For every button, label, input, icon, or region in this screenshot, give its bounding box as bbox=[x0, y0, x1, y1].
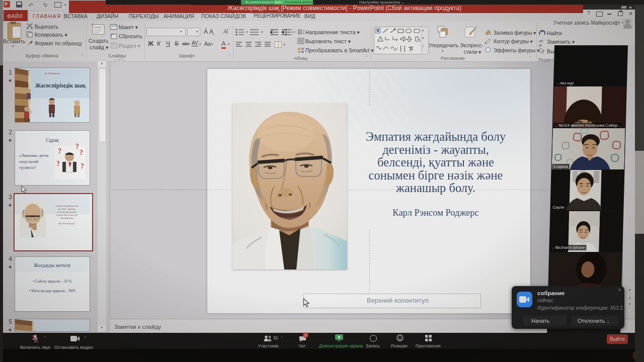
svg-text:?: ? bbox=[56, 160, 60, 167]
svg-text:сонымен бірге нәзік және: сонымен бірге нәзік және bbox=[56, 214, 78, 216]
svg-text:Жолдауды жеткізу: Жолдауды жеткізу bbox=[34, 263, 71, 268]
svg-text:Эмпатия жағдайында болу: Эмпатия жағдайында болу bbox=[55, 205, 78, 207]
svg-text:• Сөйлеу арқылы – 10 %: • Сөйлеу арқылы – 10 % bbox=[33, 279, 71, 284]
svg-text:?: ? bbox=[58, 147, 61, 155]
svg-text:• Мета-қолдау арқылы – 90%: • Мета-қолдау арқылы – 90% bbox=[29, 289, 76, 293]
svg-text:жанашыр болу.: жанашыр болу. bbox=[60, 217, 73, 219]
svg-text:«Эмпатия» деген: «Эмпатия» деген bbox=[19, 153, 49, 158]
svg-text:Жасөспірімдік шақ: Жасөспірімдік шақ bbox=[35, 82, 86, 89]
svg-text:сөзді қалай: сөзді қалай bbox=[19, 159, 39, 164]
svg-text:Карл Рэнсом Роджерс: Карл Рэнсом Роджерс bbox=[59, 223, 75, 225]
svg-text:№ 15 мектеп: № 15 мектеп bbox=[45, 72, 60, 75]
svg-text:Сұрақ: Сұрақ bbox=[46, 137, 59, 143]
svg-text:?: ? bbox=[75, 143, 79, 150]
svg-text:?: ? bbox=[79, 149, 83, 156]
svg-text:?: ? bbox=[80, 162, 84, 170]
svg-text:түсінесіз?: түсінесіз? bbox=[19, 165, 36, 170]
